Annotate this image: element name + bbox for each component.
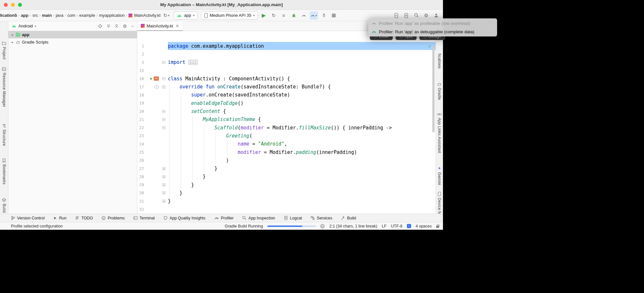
toolwindow-button-services[interactable]: Services — [311, 216, 332, 220]
code-line-31[interactable]: 31} — [137, 197, 436, 205]
code-text[interactable]: } — [168, 164, 436, 172]
code-text[interactable]: Greeting( — [168, 132, 436, 140]
breadcrumb-com[interactable]: com — [67, 13, 75, 18]
locate-file-icon[interactable] — [98, 24, 102, 28]
code-text[interactable]: modifier = Modifier.padding(innerPadding… — [168, 148, 436, 156]
fold-close-icon[interactable] — [162, 183, 165, 186]
stop-button[interactable] — [330, 11, 338, 20]
code-line-28[interactable]: 28 } — [137, 173, 436, 181]
breadcrumb-java[interactable]: java — [56, 13, 63, 18]
code-line-18[interactable]: 18 super.onCreate(savedInstanceState) — [137, 91, 436, 99]
code-line-30[interactable]: 30 } — [137, 189, 436, 197]
collapse-all-icon[interactable] — [115, 24, 119, 28]
line-number[interactable]: 21 — [137, 117, 144, 122]
editor-scrollbar[interactable] — [432, 45, 435, 132]
code-line-3[interactable]: 3import ... — [137, 58, 436, 66]
fold-close-icon[interactable] — [162, 167, 165, 170]
code-line-19[interactable]: 19 enableEdgeToEdge() — [137, 99, 436, 107]
code-line-22[interactable]: 22 Scaffold(modifier = Modifier.fillMaxS… — [137, 124, 436, 132]
line-number[interactable]: 24 — [137, 142, 144, 146]
code-text[interactable]: Scaffold(modifier = Modifier.fillMaxSize… — [168, 124, 436, 132]
toolwindow-button-todo[interactable]: TODO — [75, 216, 93, 220]
breadcrumb-main[interactable]: main — [42, 13, 52, 18]
profiler-dropdown-button[interactable]: ▾ — [310, 11, 318, 20]
toolwindow-button-profiler[interactable]: Profiler — [214, 216, 234, 220]
fold-open-icon[interactable] — [162, 77, 165, 80]
fold-close-icon[interactable] — [162, 200, 165, 203]
toolwindow-button-app-inspection[interactable]: App Inspection — [242, 216, 275, 220]
tool-strip-button-gemini[interactable]: ✦Gemini — [436, 166, 443, 185]
fold-open-icon[interactable] — [162, 126, 165, 129]
fold-open-icon[interactable] — [162, 110, 165, 113]
toolwindow-button-app-quality-insights[interactable]: App Quality Insights — [163, 216, 205, 220]
popup-item-debuggable[interactable]: Profiler: Run 'app' as debuggable (compl… — [368, 27, 497, 36]
tool-strip-button-fications[interactable]: fications — [436, 54, 443, 69]
fold-open-icon[interactable] — [162, 118, 165, 121]
fold-close-icon[interactable] — [162, 175, 165, 178]
code-text[interactable]: } — [168, 181, 436, 189]
breadcrumb-myapplication[interactable]: myapplication — [99, 13, 125, 18]
line-number[interactable]: 19 — [137, 101, 144, 106]
line-number[interactable]: 27 — [137, 166, 144, 171]
breadcrumb-lication5[interactable]: lication5 — [0, 13, 17, 18]
line-number[interactable]: 29 — [137, 182, 144, 187]
code-line-20[interactable]: 20 setContent { — [137, 107, 436, 115]
caret-position[interactable]: 2:1 (34 chars, 1 line break) — [329, 224, 377, 228]
run-button[interactable]: ▶ — [260, 11, 268, 20]
chevron-right-icon[interactable]: ▸ — [11, 33, 14, 36]
code-text[interactable]: class MainActivity : ComponentActivity()… — [168, 75, 436, 83]
line-number[interactable]: 23 — [137, 133, 144, 138]
line-number[interactable]: 28 — [137, 174, 144, 179]
code-text[interactable]: MyApplicationTheme { — [168, 116, 436, 124]
project-view-selector[interactable]: Android — [18, 24, 33, 28]
tool-strip-button-app-links-assistant[interactable]: App Links Assistant — [436, 112, 443, 153]
code-text[interactable]: import ... — [168, 58, 436, 66]
code-line-27[interactable]: 27 } — [137, 164, 436, 172]
breadcrumb-src[interactable]: src — [33, 13, 38, 18]
line-number[interactable]: 2 — [137, 52, 144, 56]
code-text[interactable]: override fun onCreate(savedInstanceState… — [168, 83, 436, 91]
tool-strip-button-resource-manager[interactable]: Resource Manager — [0, 67, 8, 107]
line-number[interactable]: 25 — [137, 150, 144, 155]
expand-all-icon[interactable] — [107, 24, 111, 28]
build-menu-icon[interactable]: ≡ — [280, 11, 288, 20]
tree-item-app[interactable]: ▸app — [8, 31, 137, 38]
code-text[interactable]: enableEdgeToEdge() — [168, 99, 436, 107]
device-selector[interactable]: Medium Phone API 35 ▾ — [201, 11, 258, 20]
line-number[interactable]: 15 — [137, 68, 144, 73]
line-separator-indicator[interactable]: LF — [382, 224, 387, 228]
cancel-build-icon[interactable]: ✕ — [320, 224, 325, 228]
code-line-24[interactable]: 24 name = "Android", — [137, 140, 436, 148]
code-text[interactable]: } — [168, 197, 436, 205]
code-line-23[interactable]: 23 Greeting( — [137, 132, 436, 140]
code-line-17[interactable]: 17↑ override fun onCreate(savedInstanceS… — [137, 83, 436, 91]
code-text[interactable]: ) — [168, 156, 436, 164]
run-gutter-icon[interactable]: ▶ — [150, 76, 152, 81]
tree-item-gradle-scripts[interactable]: ▸Gradle Scripts — [8, 38, 137, 46]
close-tab-icon[interactable]: ✕ — [176, 24, 179, 28]
profiler-low-overhead-icon[interactable] — [300, 11, 308, 20]
compose-preview-icon[interactable]: <> — [154, 76, 159, 81]
notification-icon[interactable]: i — [407, 224, 411, 228]
code-text[interactable]: super.onCreate(savedInstanceState) — [168, 91, 436, 99]
hide-panel-icon[interactable]: − — [131, 24, 134, 29]
override-gutter-icon[interactable]: ↑ — [155, 85, 159, 89]
toolwindow-button-run[interactable]: Run — [53, 216, 66, 220]
fold-open-icon[interactable] — [162, 86, 165, 88]
fold-close-icon[interactable] — [162, 191, 165, 194]
tool-strip-button-project[interactable]: Project — [0, 41, 8, 59]
code-text[interactable] — [168, 66, 436, 75]
code-text[interactable] — [168, 205, 436, 213]
tool-strip-button-bookmarks[interactable]: Bookmarks — [0, 158, 8, 185]
popup-item-profileable[interactable]: Profiler: Run 'app' as profileable (low … — [368, 19, 497, 27]
code-text[interactable] — [168, 50, 436, 58]
attach-debugger-icon[interactable] — [320, 11, 328, 20]
line-number[interactable]: 20 — [137, 109, 144, 114]
code-text[interactable]: name = "Android", — [168, 140, 436, 148]
code-text[interactable]: setContent { — [168, 107, 436, 115]
line-number[interactable]: 1 — [137, 44, 144, 48]
code-editor[interactable]: 1package com.example.myapplication23impo… — [137, 31, 436, 214]
line-number[interactable]: 22 — [137, 125, 144, 130]
fold-open-icon[interactable] — [162, 61, 165, 64]
breadcrumb-app[interactable]: app — [21, 13, 28, 18]
